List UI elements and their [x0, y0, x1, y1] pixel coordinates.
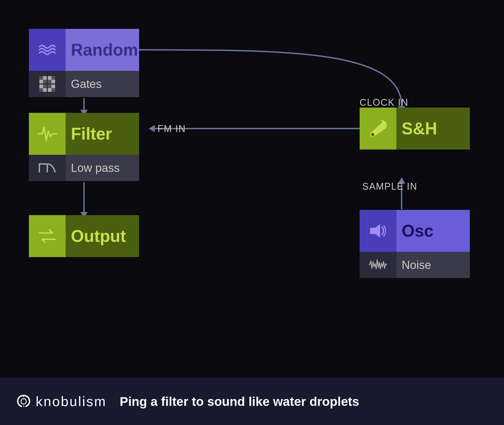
filter-icon-cell: [29, 113, 66, 155]
output-title: Output: [71, 226, 126, 246]
osc-subtitle: Noise: [402, 258, 431, 272]
waves-icon: [37, 39, 58, 60]
bottom-bar: knobulism Ping a filter to sound like wa…: [0, 378, 504, 425]
svg-rect-27: [43, 88, 47, 92]
svg-rect-29: [51, 84, 55, 88]
random-icon-cell: [29, 29, 66, 71]
svg-rect-21: [51, 76, 55, 80]
brand-name: knobulism: [36, 394, 107, 409]
tagline: Ping a filter to sound like water drople…: [120, 394, 359, 409]
logo-container: knobulism: [16, 394, 107, 409]
sh-title-cell: S&H: [396, 108, 470, 150]
sh-module[interactable]: S&H: [360, 108, 470, 150]
random-title: Random: [71, 40, 138, 60]
osc-module[interactable]: Osc Noise: [360, 210, 470, 278]
svg-rect-25: [43, 84, 47, 88]
random-module[interactable]: Random: [29, 29, 139, 97]
sample-in-label: SAMPLE IN: [362, 181, 417, 192]
osc-noise-icon-cell: [360, 252, 396, 278]
svg-rect-28: [48, 84, 51, 88]
svg-rect-23: [51, 80, 55, 83]
sh-icon-cell: [360, 108, 396, 150]
svg-rect-31: [51, 88, 55, 92]
filter-title-cell: Filter: [66, 113, 139, 155]
svg-rect-16: [39, 76, 43, 80]
fm-in-label: FM IN: [158, 123, 186, 134]
svg-marker-33: [370, 224, 380, 238]
svg-rect-24: [39, 84, 43, 88]
random-subtitle: Gates: [71, 77, 102, 91]
noise-icon: [369, 256, 387, 274]
svg-rect-22: [48, 80, 51, 83]
sh-title: S&H: [402, 119, 437, 138]
filter-module[interactable]: Filter Low pass: [29, 113, 139, 181]
random-gates-icon-cell: [29, 71, 66, 97]
checkerboard-icon: [38, 75, 56, 93]
filter-title: Filter: [71, 124, 112, 144]
speaker-icon: [368, 220, 388, 241]
filter-subtitle: Low pass: [71, 161, 120, 174]
random-title-cell: Random: [66, 29, 139, 71]
osc-noise-label-cell: Noise: [396, 252, 470, 278]
osc-title-cell: Osc: [396, 210, 470, 252]
svg-point-32: [371, 133, 374, 136]
pulse-icon: [37, 123, 58, 144]
svg-rect-30: [48, 88, 51, 92]
svg-rect-20: [48, 76, 51, 80]
sawtooth-icon: [38, 159, 56, 177]
filter-waveform-icon-cell: [29, 155, 66, 181]
svg-rect-26: [39, 88, 43, 92]
svg-rect-18: [39, 80, 43, 83]
svg-rect-19: [43, 80, 47, 83]
transfer-icon: [37, 226, 58, 247]
knobulism-logo-icon: [16, 394, 32, 409]
output-icon-cell: [29, 215, 66, 257]
svg-marker-9: [149, 125, 155, 132]
wrench-icon: [368, 118, 388, 139]
svg-rect-17: [43, 76, 47, 80]
clock-in-label: CLOCK IN: [360, 97, 408, 108]
output-title-cell: Output: [66, 215, 139, 257]
filter-lowpass-label-cell: Low pass: [66, 155, 139, 181]
osc-icon-cell: [360, 210, 396, 252]
main-canvas: Random: [0, 0, 504, 378]
osc-title: Osc: [402, 221, 433, 241]
output-module[interactable]: Output: [29, 215, 139, 257]
random-gates-label-cell: Gates: [66, 71, 139, 97]
